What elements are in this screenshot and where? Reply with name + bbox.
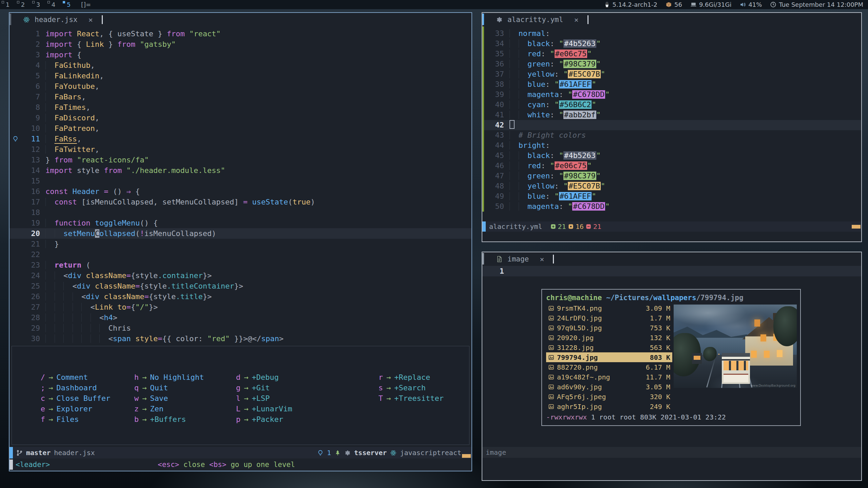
- code-line[interactable]: 38 blue: "#61AFEF": [482, 79, 861, 90]
- close-icon[interactable]: ×: [540, 255, 544, 263]
- statusline-filename: image: [486, 448, 506, 456]
- close-icon[interactable]: ×: [88, 16, 93, 24]
- code-line[interactable]: 42: [482, 120, 861, 130]
- code-line[interactable]: 1: [482, 266, 861, 276]
- code-line[interactable]: 8 FaTimes,: [9, 102, 471, 113]
- line-number: 28: [21, 312, 45, 323]
- layout-symbol[interactable]: []=: [81, 1, 91, 8]
- file-list-item[interactable]: 24LrDFQ.jpg1.7 M: [546, 313, 672, 323]
- code-line[interactable]: 29 Chris: [9, 323, 471, 333]
- code-line[interactable]: 47 green: "#98C379": [482, 171, 861, 181]
- code-line[interactable]: 30 <span style={{ color: "red" }}>@</spa…: [9, 333, 471, 344]
- line-number: 41: [486, 110, 509, 120]
- code-line[interactable]: 37 yellow: "#E5C07B": [482, 69, 861, 79]
- tab-indicator: [9, 14, 11, 25]
- code-line[interactable]: 2import { Link } from "gatsby": [9, 39, 471, 50]
- file-list-item[interactable]: 97q9L5D.jpg753 K: [546, 323, 672, 333]
- file-list-item[interactable]: 20920.jpg132 K: [546, 333, 672, 343]
- file-list-item[interactable]: a19c482f~.png11.7 M: [546, 372, 672, 382]
- file-list-item[interactable]: 9rsmTK4.png3.09 M: [546, 303, 672, 313]
- diff-added-icon: [551, 224, 556, 229]
- code-line[interactable]: 21 }: [9, 239, 471, 249]
- code-line[interactable]: 49 blue: "#61AFEF": [482, 191, 861, 201]
- image-file-icon: [548, 305, 554, 311]
- image-file-icon: [548, 364, 554, 370]
- code-line[interactable]: 34 black: "#4b5263": [482, 39, 861, 49]
- code-line[interactable]: 25 <div className={style.titleContainer}…: [9, 281, 471, 291]
- code-line[interactable]: 45 black: "#4b5263": [482, 151, 861, 161]
- tab-header-jsx[interactable]: header.jsx ×: [23, 15, 103, 24]
- mode-indicator: [9, 447, 13, 458]
- bulb-icon[interactable]: [9, 134, 21, 144]
- diagnostic-hint-icon: [317, 450, 324, 456]
- code-line[interactable]: 14import style from "./header.module.les…: [9, 165, 471, 176]
- image-file-icon: [548, 374, 554, 380]
- code-line[interactable]: 26 <div className={style.title}>: [9, 291, 471, 302]
- code-editor-header-jsx[interactable]: 1import React, { useState } from "react"…: [9, 26, 471, 447]
- code-line[interactable]: 17 const [isMenuCollapsed, setMenuCollap…: [9, 197, 471, 207]
- code-line[interactable]: 10 FaPatreon,: [9, 123, 471, 134]
- code-line[interactable]: 39 magenta: "#C678DD": [482, 90, 861, 100]
- workspace-tag-5[interactable]: 5: [61, 0, 76, 9]
- workspace-tag-2[interactable]: 2: [15, 0, 31, 9]
- tab-image[interactable]: image ×: [496, 255, 554, 263]
- code-line[interactable]: 40 cyan: "#56B6C2": [482, 100, 861, 110]
- preview-far-tram: [692, 353, 702, 364]
- close-icon[interactable]: ×: [574, 16, 578, 24]
- file-list-item[interactable]: aghr5Ip.jpg249 K: [546, 402, 672, 411]
- code-line[interactable]: 3import {: [9, 50, 471, 60]
- code-line[interactable]: 18: [9, 207, 471, 218]
- code-line[interactable]: 43 # Bright colors: [482, 130, 861, 140]
- workspace-tag-3[interactable]: 3: [31, 0, 46, 9]
- line-number: 35: [486, 49, 509, 59]
- image-preview-window[interactable]: image × 1 chris@machine ~/Pictures/wallp…: [482, 252, 862, 481]
- code-line[interactable]: 1import React, { useState } from "react": [9, 28, 471, 39]
- file-list-item[interactable]: AFq5r6j.jpeg320 K: [546, 392, 672, 402]
- workspace-tag-1[interactable]: 1: [0, 0, 15, 9]
- code-line[interactable]: 36 green: "#98C379": [482, 59, 861, 69]
- code-line[interactable]: 19 function toggleMenu() {: [9, 218, 471, 228]
- image-buffer[interactable]: 1 chris@machine ~/Pictures/wallpapers/79…: [482, 266, 861, 447]
- line-number: 36: [486, 59, 509, 69]
- code-line[interactable]: 9 FaDiscord,: [9, 113, 471, 123]
- editor-window-header-jsx[interactable]: header.jsx × 1import React, { useState }…: [9, 12, 472, 471]
- file-list-item[interactable]: 799794.jpg803 K: [546, 352, 672, 362]
- code-line[interactable]: 16const Header = () ⇒ {: [9, 186, 471, 197]
- file-list-item[interactable]: 31228.jpg563 K: [546, 343, 672, 352]
- code-line[interactable]: 12 FaTwitter,: [9, 144, 471, 155]
- code-line[interactable]: 5 FaLinkedin,: [9, 71, 471, 81]
- code-line[interactable]: 50 magenta: "#C678DD": [482, 201, 861, 212]
- code-line[interactable]: 7 FaBars,: [9, 92, 471, 102]
- packages-module: 56: [666, 1, 682, 8]
- code-line[interactable]: 13} from "react-icons/fa": [9, 155, 471, 165]
- code-line[interactable]: 24 <div className={style.container}>: [9, 270, 471, 281]
- tab-indicator: [482, 253, 484, 265]
- code-line[interactable]: 6 FaYoutube,: [9, 81, 471, 92]
- image-file-icon: [548, 325, 554, 331]
- code-line[interactable]: 4 FaGithub,: [9, 60, 471, 71]
- scroll-indicator: [852, 225, 861, 229]
- color-swatch: #E5C07B: [568, 70, 601, 78]
- line-number: 8: [21, 102, 45, 113]
- code-line[interactable]: 46 red: "#e06c75": [482, 161, 861, 171]
- code-line[interactable]: 27 <Link to={"/"}>: [9, 302, 471, 312]
- code-editor-alacritty[interactable]: 33 normal:34 black: "#4b5263"35 red: "#e…: [482, 26, 861, 221]
- code-line[interactable]: 44 bright:: [482, 140, 861, 151]
- code-line[interactable]: 48 yellow: "#E5C07B": [482, 181, 861, 191]
- code-line[interactable]: 35 red: "#e06c75": [482, 49, 861, 59]
- editor-window-alacritty-yml[interactable]: alacritty.yml × 33 normal:34 black: "#4b…: [482, 12, 862, 242]
- code-line[interactable]: 28 <h4>: [9, 312, 471, 323]
- file-list-item[interactable]: ad6v90y.jpg3.05 M: [546, 382, 672, 392]
- code-line[interactable]: 15: [9, 176, 471, 186]
- file-list-item[interactable]: 882720.png6.17 M: [546, 362, 672, 372]
- code-line[interactable]: 41 white: "#abb2bf": [482, 110, 861, 120]
- tab-alacritty-yml[interactable]: alacritty.yml ×: [496, 15, 589, 24]
- code-line[interactable]: 33 normal:: [482, 28, 861, 39]
- workspace-tag-4[interactable]: 4: [46, 0, 61, 9]
- git-diff-stats: 21 16 21: [551, 222, 601, 231]
- code-line[interactable]: 22: [9, 249, 471, 260]
- code-line[interactable]: 20 setMenuCollapsed(!isMenuCollapsed): [9, 228, 471, 239]
- code-line[interactable]: 23 return (: [9, 260, 471, 270]
- code-line[interactable]: 11 FaRss,: [9, 134, 471, 144]
- statusline-left: master header.jsx 1 tsserver javascriptr…: [9, 447, 471, 458]
